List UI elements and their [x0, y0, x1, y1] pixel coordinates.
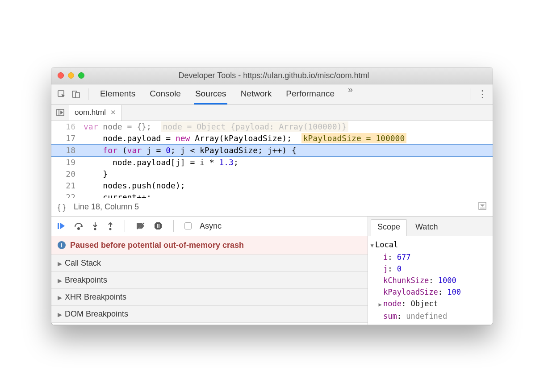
scope-var[interactable]: kChunkSize: 1000 [369, 275, 492, 286]
section-xhr-breakpoints[interactable]: XHR Breakpoints [51, 289, 368, 306]
tab-network[interactable]: Network [240, 84, 273, 104]
deactivate-breakpoints-icon[interactable] [136, 221, 146, 230]
highlighted-line: 18 for (var j = 0; j < kPayloadSize; j++… [51, 144, 493, 157]
line-number: 16 [51, 121, 82, 133]
async-checkbox[interactable] [184, 222, 192, 229]
svg-point-10 [109, 228, 112, 230]
titlebar: Developer Tools - https://ulan.github.io… [51, 67, 493, 84]
scope-var-node[interactable]: ▶node: Object [369, 298, 492, 310]
debugger-left-pane: Async i Paused before potential out-of-m… [51, 217, 368, 325]
file-tabs-row: oom.html ✕ [51, 105, 493, 121]
divider [470, 88, 470, 100]
step-into-icon[interactable] [92, 221, 99, 230]
scope-local[interactable]: ▼Local [369, 239, 492, 251]
inspect-icon[interactable] [57, 89, 67, 99]
editor-status-bar: { } Line 18, Column 5 [51, 198, 493, 217]
pretty-print-icon[interactable]: { } [58, 202, 66, 212]
step-over-icon[interactable] [74, 221, 84, 230]
main-toolbar: Elements Console Sources Network Perform… [51, 84, 493, 105]
close-tab-icon[interactable]: ✕ [110, 108, 116, 117]
section-dom-breakpoints[interactable]: DOM Breakpoints [51, 306, 368, 323]
svg-rect-14 [159, 224, 159, 228]
resume-icon[interactable] [57, 221, 66, 230]
panel-tabs: Elements Console Sources Network Perform… [99, 84, 463, 104]
window-title: Developer Tools - https://ulan.github.io… [61, 71, 486, 80]
navigator-toggle-icon[interactable] [51, 105, 69, 121]
tab-sources[interactable]: Sources [194, 84, 227, 104]
line-number: 17 [51, 133, 82, 144]
line-number: 21 [51, 180, 82, 192]
devtools-window: Developer Tools - https://ulan.github.io… [51, 67, 493, 325]
tab-performance[interactable]: Performance [285, 84, 335, 104]
line-number: 20 [51, 168, 82, 180]
scope-var[interactable]: j: 0 [369, 263, 492, 275]
settings-menu-icon[interactable]: ⋮ [477, 88, 487, 100]
scope-variables: ▼Local i: 677 j: 0 kChunkSize: 1000 kPay… [368, 236, 493, 325]
cursor-position: Line 18, Column 5 [74, 202, 139, 212]
pause-notice: i Paused before potential out-of-memory … [51, 236, 368, 255]
pause-message: Paused before potential out-of-memory cr… [70, 241, 244, 250]
scope-tabs: Scope Watch [368, 217, 493, 236]
debugger-panel: Async i Paused before potential out-of-m… [51, 217, 493, 325]
step-out-icon[interactable] [107, 221, 114, 230]
svg-point-9 [94, 228, 96, 230]
device-toggle-icon[interactable] [71, 89, 81, 99]
scope-var[interactable]: i: 677 [369, 251, 492, 263]
section-call-stack[interactable]: Call Stack [51, 255, 368, 272]
line-number: 19 [51, 157, 82, 168]
tab-scope[interactable]: Scope [371, 219, 407, 236]
tab-watch[interactable]: Watch [409, 219, 444, 236]
info-icon: i [58, 241, 66, 249]
divider [88, 88, 88, 100]
scope-var[interactable]: sum: undefined [369, 310, 492, 322]
line-number: 22 [51, 192, 82, 198]
tab-elements[interactable]: Elements [99, 84, 136, 104]
pause-on-exceptions-icon[interactable] [154, 221, 163, 230]
svg-rect-13 [157, 224, 158, 228]
svg-rect-2 [75, 92, 80, 98]
tab-console[interactable]: Console [149, 84, 182, 104]
async-label: Async [200, 221, 222, 231]
scope-var[interactable]: kPayloadSize: 100 [369, 286, 492, 298]
line-number: 18 [51, 145, 82, 156]
scope-pane: Scope Watch ▼Local i: 677 j: 0 kChunkSiz… [368, 217, 493, 325]
svg-rect-7 [58, 223, 59, 229]
divider [125, 220, 125, 232]
divider [173, 220, 174, 232]
svg-point-8 [78, 228, 80, 229]
debug-toolbar: Async [51, 217, 368, 236]
file-tab-oom[interactable]: oom.html ✕ [69, 105, 122, 121]
code-editor[interactable]: 16 var node = {}; node = Object {payload… [51, 121, 493, 198]
scroll-marker-icon[interactable] [478, 202, 486, 212]
section-breakpoints[interactable]: Breakpoints [51, 272, 368, 289]
file-tab-label: oom.html [75, 108, 106, 117]
more-tabs-icon[interactable]: » [348, 84, 353, 104]
